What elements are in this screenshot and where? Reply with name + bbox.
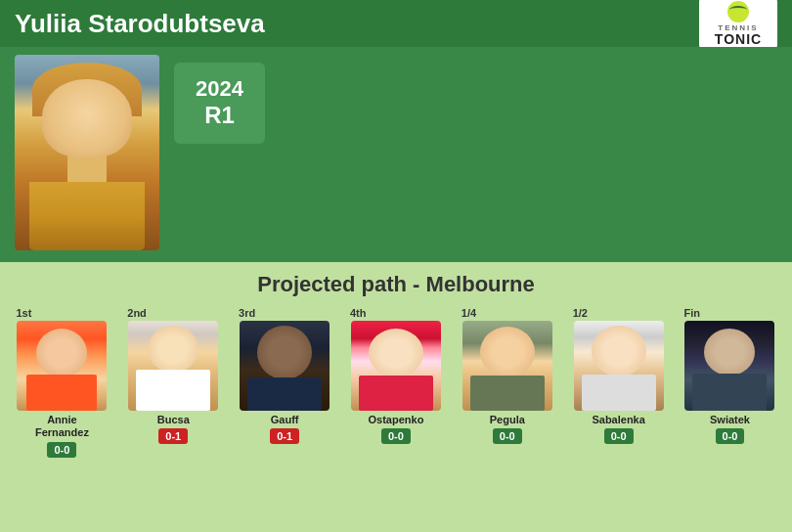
round-badge-7: Fin — [683, 307, 700, 319]
player-card-7: Fin Swiatek 0-0 — [681, 307, 778, 444]
round-badge-3: 3rd — [239, 307, 255, 319]
score-badge-3: 0-1 — [270, 428, 299, 444]
player-card-5: 1/4 Pegula 0-0 — [459, 307, 556, 444]
score-badge-1: 0-0 — [47, 442, 76, 458]
player-card-2: 2nd Bucsa 0-1 — [124, 307, 222, 444]
photo-7 — [684, 321, 774, 411]
player-name-6: Sabalenka — [592, 414, 644, 425]
photo-3 — [240, 321, 330, 411]
header: Yuliia Starodubtseva TENNIS TONIC — [0, 0, 792, 47]
top-section: 2024 R1 — [0, 47, 792, 262]
players-row: 1st AnnieFernandez 0-0 2nd Bucsa 0-1 — [8, 307, 784, 458]
projected-path-title: Projected path - Melbourne — [8, 272, 784, 297]
player-name-5: Pegula — [490, 414, 525, 425]
player-card-1: 1st AnnieFernandez 0-0 — [13, 307, 110, 458]
score-badge-5: 0-0 — [493, 428, 522, 444]
player-name-1: AnnieFernandez — [35, 414, 89, 439]
player-name-3: Gauff — [271, 414, 299, 425]
player-name-title: Yuliia Starodubtseva — [15, 9, 265, 39]
score-badge-4: 0-0 — [381, 428, 411, 444]
player-card-6: 1/2 Sabalenka 0-0 — [570, 307, 668, 444]
logo-ball-icon — [727, 1, 749, 22]
round-badge-1: 1st — [16, 307, 31, 319]
photo-4 — [351, 321, 441, 411]
score-badge-7: 0-0 — [716, 428, 745, 444]
badge-year: 2024 — [196, 76, 243, 102]
photo-6 — [574, 321, 664, 411]
score-badge-6: 0-0 — [604, 428, 634, 444]
tournament-badge: 2024 R1 — [174, 63, 265, 144]
player-card-4: 4th Ostapenko 0-0 — [347, 307, 445, 444]
app-container: Yuliia Starodubtseva TENNIS TONIC — [0, 0, 792, 532]
score-badge-2: 0-1 — [158, 428, 188, 444]
player-name-4: Ostapenko — [369, 414, 424, 425]
round-badge-6: 1/2 — [573, 307, 588, 319]
badge-round: R1 — [196, 102, 243, 130]
round-badge-2: 2nd — [127, 307, 147, 319]
projected-path-section: Projected path - Melbourne 1st AnnieFern… — [0, 262, 792, 532]
photo-1 — [17, 321, 107, 411]
round-badge-4: 4th — [350, 307, 367, 319]
photo-2 — [128, 321, 218, 411]
photo-5 — [462, 321, 552, 411]
player-card-3: 3rd Gauff 0-1 — [236, 307, 333, 444]
logo-container: TENNIS TONIC — [699, 0, 777, 50]
logo-tonic-text: TONIC — [715, 32, 762, 46]
player-name-2: Bucsa — [157, 414, 190, 425]
round-badge-5: 1/4 — [462, 307, 476, 319]
player-name-7: Swiatek — [710, 414, 750, 425]
player-photo — [15, 55, 159, 250]
